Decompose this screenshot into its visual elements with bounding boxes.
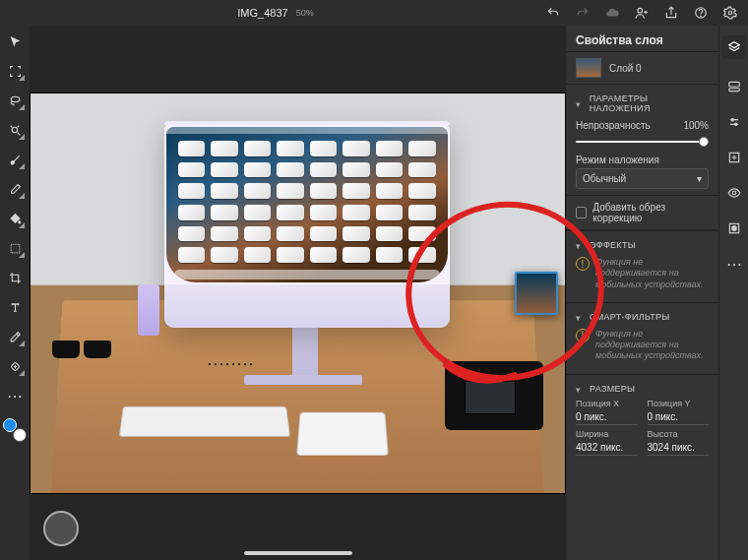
- smart-warning: ! Функция не поддерживается на мобильных…: [576, 325, 709, 368]
- document-title-group: IMG_4837 50%: [237, 7, 313, 19]
- pos-y-field[interactable]: Позиция Y 0 пикс.: [648, 399, 710, 425]
- layer-floating-thumb[interactable]: [515, 272, 558, 315]
- opacity-slider[interactable]: [576, 135, 709, 149]
- brush-tool[interactable]: [7, 152, 23, 167]
- opacity-row: Непрозрачность 100%: [576, 120, 709, 131]
- svg-point-4: [11, 96, 20, 101]
- document-zoom[interactable]: 50%: [296, 8, 314, 18]
- clone-tool[interactable]: [7, 240, 23, 256]
- svg-point-12: [731, 119, 733, 121]
- document-title: IMG_4837: [237, 7, 287, 19]
- chevron-down-icon: ▾: [697, 173, 702, 184]
- share-icon[interactable]: [661, 3, 681, 23]
- fill-tool[interactable]: [7, 211, 23, 226]
- chevron-down-icon: [576, 99, 584, 107]
- adjustments-icon[interactable]: [726, 114, 742, 130]
- section-effects: ЭФФЕКТЫ ! Функция не поддерживается на м…: [566, 230, 718, 302]
- section-dimensions: РАЗМЕРЫ Позиция X 0 пикс. Позиция Y 0 пи…: [566, 374, 718, 467]
- invite-icon[interactable]: [632, 3, 652, 23]
- section-smart-header[interactable]: СМАРТ-ФИЛЬТРЫ: [576, 309, 709, 325]
- chevron-down-icon: [576, 241, 584, 249]
- comments-icon[interactable]: [726, 79, 742, 94]
- mask-icon[interactable]: [726, 220, 742, 236]
- svg-rect-10: [728, 82, 739, 87]
- settings-icon[interactable]: [720, 3, 740, 23]
- eraser-tool[interactable]: [7, 181, 23, 197]
- svg-point-17: [731, 225, 737, 231]
- svg-point-3: [728, 11, 732, 15]
- active-layer-row[interactable]: Слой 0: [566, 52, 718, 84]
- section-smart-filters: СМАРТ-ФИЛЬТРЫ ! Функция не поддерживаетс…: [566, 302, 718, 374]
- type-tool[interactable]: [7, 299, 23, 315]
- warning-icon: !: [576, 257, 590, 271]
- opacity-value: 100%: [683, 120, 709, 131]
- add-clip-correction-row[interactable]: Добавить обрез коррекцию: [566, 195, 718, 230]
- more-tools[interactable]: ⋯: [7, 388, 23, 404]
- svg-point-13: [734, 123, 736, 125]
- help-icon[interactable]: [691, 3, 711, 23]
- app-top-bar: IMG_4837 50%: [0, 0, 748, 26]
- svg-point-0: [638, 8, 643, 13]
- section-effects-header[interactable]: ЭФФЕКТЫ: [576, 237, 709, 253]
- redo-icon[interactable]: [573, 3, 592, 23]
- color-swatch[interactable]: [6, 421, 24, 439]
- top-actions: [543, 3, 740, 23]
- section-dimensions-header[interactable]: РАЗМЕРЫ: [576, 381, 709, 397]
- svg-point-2: [701, 16, 702, 17]
- eyedropper-tool[interactable]: [7, 329, 23, 344]
- move-tool[interactable]: [7, 33, 23, 49]
- opacity-label: Непрозрачность: [576, 120, 651, 131]
- lasso-tool[interactable]: [7, 93, 23, 108]
- tools-strip: ⋯: [0, 26, 30, 560]
- svg-point-15: [732, 191, 736, 195]
- transform-tool[interactable]: [7, 63, 23, 79]
- spot-heal-tool[interactable]: [7, 358, 23, 374]
- height-field[interactable]: Высота 3024 пикс.: [648, 429, 710, 456]
- quicklook-button[interactable]: [43, 511, 79, 546]
- add-layer-icon[interactable]: [726, 150, 742, 165]
- warning-icon: !: [576, 329, 590, 342]
- layer-properties-panel: Свойства слоя Слой 0 ПАРАМЕТРЫ НАЛОЖЕНИЯ…: [566, 26, 718, 560]
- panel-title: Свойства слоя: [566, 26, 718, 52]
- effects-warning: ! Функция не поддерживается на мобильных…: [576, 253, 709, 296]
- cloud-icon[interactable]: [602, 3, 622, 23]
- crop-tool[interactable]: [7, 270, 23, 285]
- layer-name: Слой 0: [609, 63, 642, 74]
- undo-icon[interactable]: [543, 3, 563, 23]
- chevron-down-icon: [576, 385, 584, 393]
- width-field[interactable]: Ширина 4032 пикс.: [576, 429, 638, 456]
- home-indicator[interactable]: [244, 551, 352, 555]
- svg-point-5: [12, 127, 17, 132]
- chevron-down-icon: [576, 313, 584, 321]
- svg-rect-11: [728, 89, 739, 92]
- pos-x-field[interactable]: Позиция X 0 пикс.: [576, 399, 638, 425]
- section-blend-options: ПАРАМЕТРЫ НАЛОЖЕНИЯ Непрозрачность 100% …: [566, 84, 718, 195]
- layer-thumbnail: [576, 58, 601, 78]
- blend-mode-select[interactable]: Обычный ▾: [576, 168, 709, 189]
- visibility-icon[interactable]: [726, 185, 742, 201]
- checkbox-icon[interactable]: [576, 207, 587, 218]
- blend-mode-label: Режим наложения: [576, 155, 709, 165]
- quick-select-tool[interactable]: [7, 122, 23, 138]
- more-icon[interactable]: ⋯: [726, 256, 742, 272]
- right-icon-strip: ⋯: [718, 26, 748, 560]
- layers-icon[interactable]: [722, 35, 746, 59]
- section-blend-header[interactable]: ПАРАМЕТРЫ НАЛОЖЕНИЯ: [576, 91, 709, 116]
- main-row: ⋯: [0, 26, 748, 560]
- canvas-area[interactable]: [30, 26, 566, 560]
- document-canvas[interactable]: [30, 93, 566, 494]
